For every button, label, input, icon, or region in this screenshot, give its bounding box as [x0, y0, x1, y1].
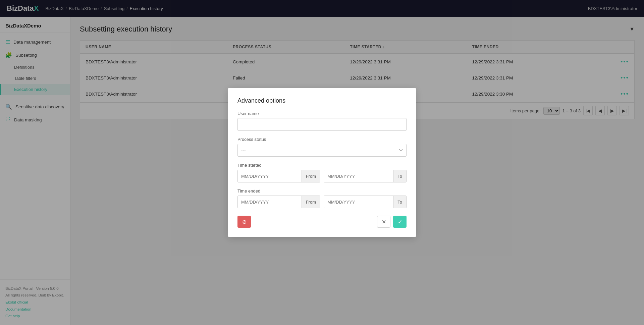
time-started-label: Time started — [237, 163, 407, 168]
time-ended-group: Time ended From To — [237, 188, 407, 208]
time-ended-from-label: From — [302, 196, 320, 208]
cancel-button[interactable]: ✕ — [377, 216, 390, 228]
reset-button[interactable]: ⊘ — [237, 216, 251, 228]
time-started-to-wrap: To — [324, 170, 407, 182]
time-started-range-row: From To — [237, 170, 407, 182]
user-name-label: User name — [237, 111, 407, 116]
process-status-select[interactable]: --- Completed Failed Running — [237, 144, 407, 157]
user-name-input[interactable] — [237, 118, 407, 131]
time-ended-to-input[interactable] — [324, 200, 393, 205]
content-area: Subsetting execution history ▼ USER NAME… — [70, 17, 644, 325]
time-started-from-input[interactable] — [238, 174, 302, 179]
main-layout: BizDataXDemo ☰ Data management 🧩 Subsett… — [0, 17, 644, 325]
time-started-group: Time started From To — [237, 163, 407, 182]
modal-footer-right: ✕ ✓ — [377, 216, 407, 228]
user-name-group: User name — [237, 111, 407, 131]
modal-title: Advanced options — [237, 97, 407, 104]
reset-icon: ⊘ — [242, 219, 247, 225]
advanced-options-modal: Advanced options User name Process statu… — [228, 88, 416, 237]
process-status-group: Process status --- Completed Failed Runn… — [237, 137, 407, 157]
time-ended-to-wrap: To — [324, 196, 407, 208]
time-ended-label: Time ended — [237, 188, 407, 194]
modal-overlay: Advanced options User name Process statu… — [70, 17, 644, 325]
time-ended-from-wrap: From — [237, 196, 320, 208]
time-started-from-label: From — [302, 170, 320, 182]
process-status-label: Process status — [237, 137, 407, 142]
time-ended-range-row: From To — [237, 196, 407, 208]
apply-button[interactable]: ✓ — [393, 216, 407, 228]
time-started-to-input[interactable] — [324, 174, 393, 179]
time-ended-to-label: To — [393, 196, 406, 208]
modal-footer: ⊘ ✕ ✓ — [237, 216, 407, 228]
cancel-icon: ✕ — [382, 219, 386, 225]
apply-icon: ✓ — [398, 219, 402, 225]
time-started-from-wrap: From — [237, 170, 320, 182]
time-ended-from-input[interactable] — [238, 200, 302, 205]
time-started-to-label: To — [393, 170, 406, 182]
